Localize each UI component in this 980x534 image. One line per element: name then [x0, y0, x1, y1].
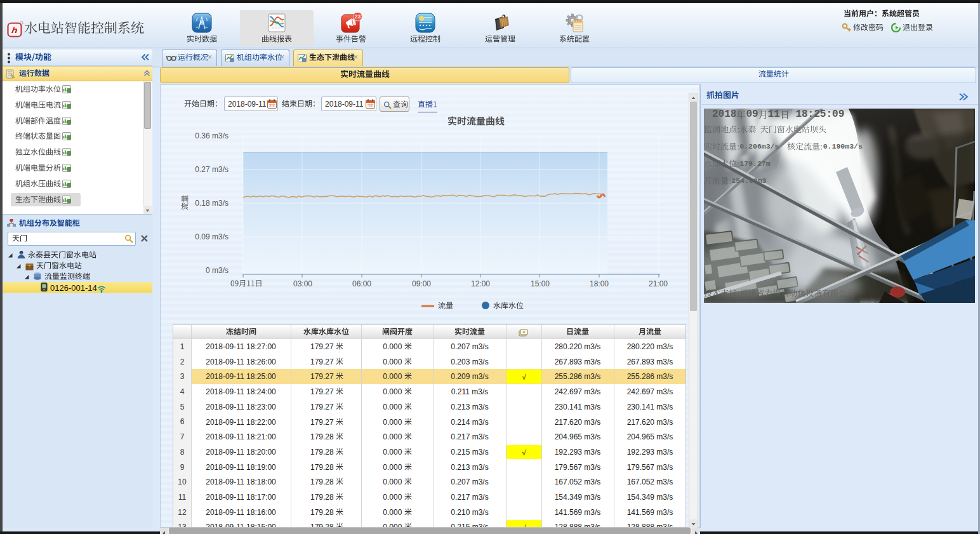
svg-text:23: 23 [355, 13, 361, 20]
